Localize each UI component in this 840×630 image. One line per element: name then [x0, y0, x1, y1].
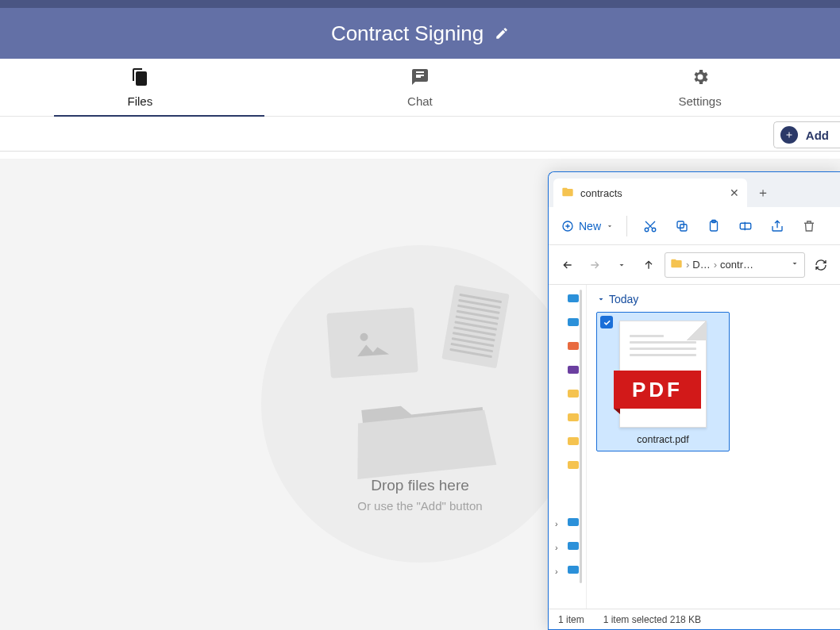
refresh-icon[interactable] [810, 259, 832, 271]
file-name: contract.pdf [602, 431, 724, 446]
add-button-label: Add [806, 129, 829, 142]
folder-icon [349, 380, 499, 483]
explorer-tab-title: contracts [580, 187, 622, 199]
sidebar-item[interactable] [568, 542, 579, 550]
status-selection: 1 item selected 218 KB [603, 614, 701, 625]
new-button-label: New [579, 220, 601, 232]
chat-icon [410, 67, 430, 90]
explorer-sidebar[interactable]: › › › [549, 285, 587, 609]
chevron-down-icon[interactable] [790, 259, 800, 271]
files-icon [130, 67, 149, 90]
share-icon[interactable] [764, 219, 791, 233]
copy-icon[interactable] [669, 219, 696, 233]
pdf-badge: PDF [614, 371, 701, 409]
svg-point-2 [645, 228, 649, 232]
add-button[interactable]: Add [773, 121, 840, 148]
explorer-body: › › › Today [549, 285, 840, 609]
explorer-navbar: › D… › contr… [549, 245, 840, 285]
tab-files[interactable]: Files [0, 59, 280, 116]
dropzone-text-secondary: Or use the "Add" button [261, 499, 579, 513]
breadcrumb-sep-icon: › [714, 259, 717, 271]
new-tab-button[interactable]: ＋ [747, 179, 779, 207]
chevron-right-icon[interactable]: › [555, 567, 558, 576]
forward-icon[interactable] [584, 259, 606, 271]
explorer-tabstrip: contracts ✕ ＋ [549, 172, 840, 207]
date-group-header[interactable]: Today [596, 293, 830, 305]
file-item[interactable]: PDF contract.pdf [596, 312, 730, 451]
chevron-right-icon[interactable]: › [555, 543, 558, 552]
page-title: Contract Signing [331, 21, 484, 46]
svg-rect-8 [740, 223, 751, 229]
paste-icon[interactable] [700, 219, 727, 233]
tab-files-label: Files [127, 94, 152, 108]
breadcrumb-sep-icon: › [686, 259, 689, 271]
dropzone-text-primary: Drop files here [261, 477, 579, 494]
folder-icon [670, 257, 683, 272]
file-thumbnail: PDF [619, 321, 707, 428]
sidebar-item[interactable] [568, 342, 579, 350]
gear-icon [691, 67, 710, 90]
folder-icon [561, 186, 574, 201]
back-icon[interactable] [557, 259, 579, 271]
new-button[interactable]: New [558, 217, 617, 236]
dropzone-inner: Drop files here Or use the "Add" button [261, 245, 579, 513]
tab-chat-label: Chat [407, 94, 433, 108]
sidebar-item[interactable] [568, 390, 579, 398]
plus-icon [780, 126, 798, 144]
main-tabs: Files Chat Settings [0, 59, 840, 117]
tab-settings[interactable]: Settings [560, 59, 840, 116]
page-header: Contract Signing [0, 8, 840, 59]
rename-icon[interactable] [732, 219, 759, 233]
sidebar-item[interactable] [568, 318, 579, 326]
explorer-statusbar: 1 item 1 item selected 218 KB [549, 609, 840, 629]
group-label: Today [609, 293, 638, 305]
checkbox-checked-icon[interactable] [600, 316, 613, 328]
status-item-count: 1 item [558, 614, 584, 625]
tab-chat[interactable]: Chat [280, 59, 561, 116]
sidebar-item[interactable] [568, 294, 579, 302]
action-bar: Add [0, 117, 840, 152]
sidebar-item[interactable] [568, 366, 579, 374]
breadcrumb-part[interactable]: D… [692, 259, 710, 271]
chevron-right-icon[interactable]: › [555, 519, 558, 528]
explorer-toolbar: New [549, 207, 840, 245]
address-bar[interactable]: › D… › contr… [665, 252, 805, 278]
svg-point-3 [652, 228, 656, 232]
sidebar-item[interactable] [568, 437, 579, 445]
svg-point-0 [360, 332, 368, 341]
explorer-tab[interactable]: contracts ✕ [553, 179, 747, 207]
cut-icon[interactable] [637, 219, 664, 233]
edit-icon[interactable] [495, 26, 509, 40]
sidebar-item[interactable] [568, 566, 579, 574]
recent-dropdown-icon[interactable] [611, 260, 633, 270]
toolbar-separator [626, 216, 627, 236]
file-explorer-window: contracts ✕ ＋ New [548, 171, 840, 630]
document-icon [441, 284, 509, 368]
delete-icon[interactable] [796, 219, 823, 233]
tab-settings-label: Settings [678, 94, 721, 108]
up-icon[interactable] [638, 259, 660, 271]
window-top-strip [0, 0, 840, 8]
close-icon[interactable]: ✕ [730, 186, 739, 199]
explorer-content[interactable]: Today PDF contract.pdf [587, 285, 840, 609]
sidebar-item[interactable] [568, 518, 579, 526]
dropzone-illustration [261, 245, 579, 563]
image-icon [326, 307, 418, 378]
sidebar-item[interactable] [568, 413, 579, 421]
sidebar-item[interactable] [568, 461, 579, 469]
scrollbar[interactable] [580, 290, 582, 583]
breadcrumb-part[interactable]: contr… [720, 259, 753, 271]
